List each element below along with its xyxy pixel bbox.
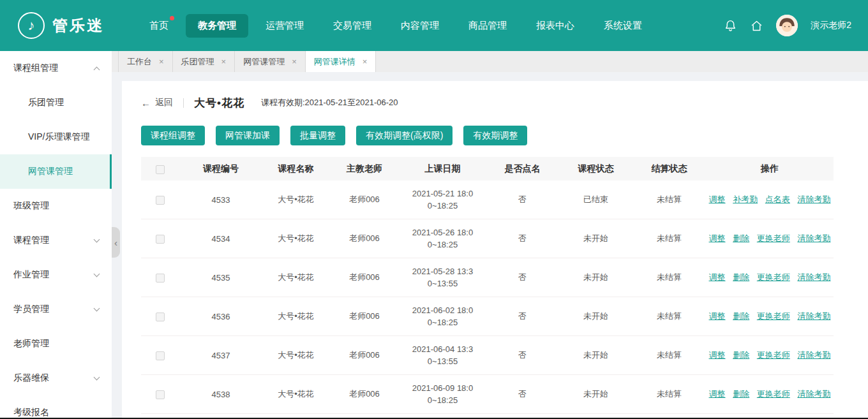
validity-adjust-privileged-button[interactable]: 有效期调整(高权限): [356, 126, 453, 145]
makeup-attendance-link[interactable]: 补考勤: [733, 195, 758, 204]
sidebar-item-orchestra-mgmt[interactable]: 乐团管理: [0, 85, 112, 120]
cell-course-name: 大号•花花: [262, 388, 329, 400]
nav-item-label: 系统设置: [604, 20, 642, 31]
cell-teacher: 老师006: [329, 388, 400, 400]
chevron-down-icon: [94, 270, 100, 277]
sidebar-item-instrument-maintenance[interactable]: 乐器维保: [0, 361, 112, 395]
delete-link[interactable]: 删除: [733, 350, 749, 360]
nav-item-academic-admin[interactable]: 教务管理: [186, 14, 248, 38]
nav-item-settings[interactable]: 系统设置: [592, 14, 654, 38]
tab-label: 工作台: [127, 56, 152, 68]
change-teacher-link[interactable]: 更换老师: [757, 311, 790, 321]
adjust-link[interactable]: 调整: [709, 195, 726, 204]
nav-item-home[interactable]: 首页: [137, 14, 181, 38]
bell-icon[interactable]: [724, 19, 737, 33]
sidebar-item-vip-theory-class[interactable]: VIP/乐理课管理: [0, 120, 112, 154]
tab-workbench[interactable]: 工作台: [118, 51, 173, 72]
adjust-link[interactable]: 调整: [709, 311, 726, 321]
clear-attendance-link[interactable]: 清除考勤: [797, 389, 830, 399]
delete-link[interactable]: 删除: [733, 233, 749, 243]
sidebar-item-teacher-mgmt[interactable]: 老师管理: [0, 327, 112, 361]
chevron-down-icon: [94, 305, 100, 311]
change-teacher-link[interactable]: 更换老师: [757, 272, 790, 282]
tab-online-class-detail[interactable]: 网管课详情: [306, 51, 377, 72]
validity-adjust-button[interactable]: 有效期调整: [463, 126, 527, 145]
date-line: 0~13:55: [400, 355, 486, 367]
cell-course-name: 大号•花花: [262, 311, 329, 322]
row-checkbox[interactable]: [156, 235, 165, 244]
nav-item-content[interactable]: 内容管理: [389, 14, 451, 38]
change-teacher-link[interactable]: 更换老师: [757, 389, 790, 399]
main-area: 工作台 乐团管理 网管课管理 网管课详情 返回: [112, 51, 868, 419]
clear-attendance-link[interactable]: 清除考勤: [797, 272, 830, 282]
sidebar-item-online-class-mgmt[interactable]: 网管课管理: [0, 154, 112, 189]
select-all-checkbox[interactable]: [156, 165, 165, 174]
adjust-link[interactable]: 调整: [709, 233, 726, 243]
cell-actions: 调整 删除 更换老师 清除考勤: [706, 349, 834, 361]
cell-course-id: 4534: [179, 234, 262, 244]
date-line: 2021-06-09 18:0: [400, 382, 486, 394]
table-row: 4536 大号•花花 老师006 2021-06-02 18:0 0~18:25…: [141, 297, 834, 336]
home-icon[interactable]: [750, 19, 763, 33]
adjust-link[interactable]: 调整: [709, 272, 726, 282]
course-group-adjust-button[interactable]: 课程组调整: [141, 126, 205, 145]
tab-orchestra-mgmt[interactable]: 乐团管理: [173, 51, 236, 72]
cell-teacher: 老师006: [329, 311, 400, 322]
sidebar-item-student-mgmt[interactable]: 学员管理: [0, 292, 112, 327]
delete-link[interactable]: 删除: [733, 272, 749, 282]
adjust-link[interactable]: 调整: [709, 389, 726, 399]
delete-link[interactable]: 删除: [733, 389, 749, 399]
table-row: 4535 大号•花花 老师006 2021-05-28 13:3 0~13:55…: [141, 258, 834, 297]
clear-attendance-link[interactable]: 清除考勤: [797, 233, 830, 243]
add-online-class-button[interactable]: 网管课加课: [216, 126, 280, 145]
nav-item-label: 内容管理: [401, 20, 439, 31]
sidebar-item-homework-mgmt[interactable]: 作业管理: [0, 258, 112, 292]
cell-teacher: 老师006: [329, 349, 400, 361]
toolbar: 课程组调整 网管课加课 批量调整 有效期调整(高权限) 有效期调整: [141, 126, 834, 145]
tab-online-class-mgmt[interactable]: 网管课管理: [235, 51, 306, 72]
nav-item-label: 教务管理: [198, 20, 236, 31]
adjust-link[interactable]: 调整: [709, 350, 726, 360]
cell-status: 未开始: [559, 388, 632, 400]
nav-item-transactions[interactable]: 交易管理: [321, 14, 384, 38]
delete-link[interactable]: 删除: [733, 311, 749, 321]
nav-item-products[interactable]: 商品管理: [456, 14, 519, 38]
row-checkbox[interactable]: [156, 274, 165, 283]
avatar[interactable]: [776, 15, 798, 36]
row-checkbox[interactable]: [156, 390, 165, 399]
user-name[interactable]: 演示老师2: [811, 20, 851, 31]
close-icon[interactable]: [363, 57, 368, 66]
sidebar-item-grade-exam[interactable]: 考级报名: [0, 395, 112, 419]
cell-teacher: 老师006: [329, 233, 400, 244]
nav-item-reports[interactable]: 报表中心: [524, 14, 587, 38]
clear-attendance-link[interactable]: 清除考勤: [797, 350, 830, 360]
cell-course-id: 4533: [179, 195, 262, 205]
rollcall-sheet-link[interactable]: 点名表: [765, 195, 790, 204]
cell-date: 2021-06-04 13:3 0~13:55: [400, 343, 486, 367]
brand[interactable]: 管乐迷: [18, 12, 104, 39]
sidebar-item-class-mgmt[interactable]: 班级管理: [0, 189, 112, 223]
close-icon[interactable]: [221, 57, 227, 66]
close-icon[interactable]: [292, 57, 297, 66]
sidebar-item-course-mgmt[interactable]: 课程管理: [0, 223, 112, 258]
clear-attendance-link[interactable]: 清除考勤: [797, 311, 830, 321]
change-teacher-link[interactable]: 更换老师: [757, 233, 790, 243]
divider: [183, 98, 184, 108]
tab-strip: 工作台 乐团管理 网管课管理 网管课详情: [112, 51, 868, 72]
row-checkbox[interactable]: [156, 312, 165, 321]
sidebar-collapse-handle[interactable]: [112, 227, 120, 258]
row-checkbox[interactable]: [156, 351, 165, 360]
nav-item-operations[interactable]: 运营管理: [253, 14, 316, 38]
sidebar-item-course-group-mgmt[interactable]: 课程组管理: [0, 51, 112, 85]
cell-course-id: 4535: [179, 273, 262, 283]
cell-teacher: 老师006: [329, 272, 400, 283]
cell-rollcall: 否: [486, 194, 559, 205]
column-header-settlement: 结算状态: [632, 163, 706, 175]
top-nav-menu: 首页 教务管理 运营管理 交易管理 内容管理 商品管理 报表中心 系统设置: [137, 14, 654, 38]
batch-adjust-button[interactable]: 批量调整: [290, 126, 345, 145]
close-icon[interactable]: [159, 57, 164, 66]
clear-attendance-link[interactable]: 清除考勤: [797, 195, 830, 204]
row-checkbox[interactable]: [156, 196, 165, 205]
back-button[interactable]: 返回: [141, 97, 173, 108]
change-teacher-link[interactable]: 更换老师: [757, 350, 790, 360]
